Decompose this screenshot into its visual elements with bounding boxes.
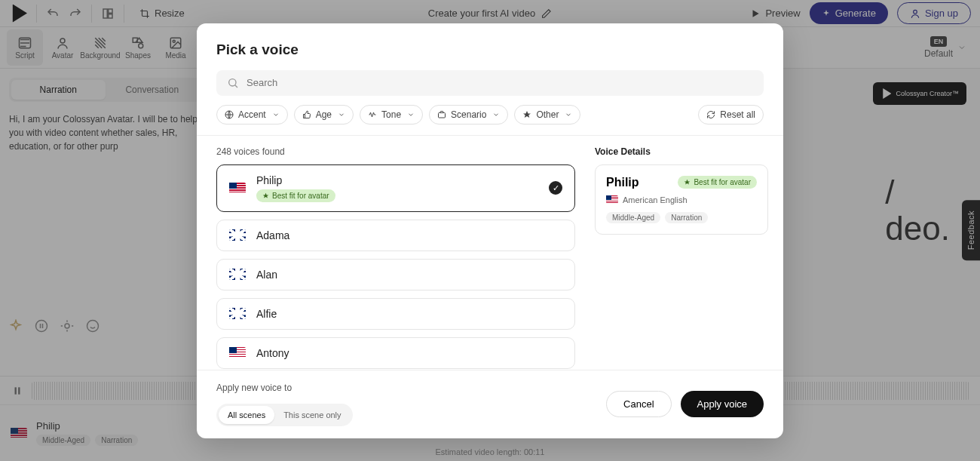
svg-point-15 [229,78,236,85]
details-voice-name: Philip [606,176,639,189]
voice-name: Alan [256,269,562,281]
flag-us-icon [606,195,618,204]
chevron-down-icon [492,111,500,118]
scope-this-scene[interactable]: This scene only [274,406,350,424]
details-bestfit-badge: Best fit for avatar [678,176,757,189]
voice-option[interactable]: Alfie [216,298,575,330]
flag-uk-icon [229,269,246,280]
modal-title: Pick a voice [216,41,764,58]
scope-all-scenes[interactable]: All scenes [219,406,274,424]
wave-icon [368,110,377,119]
voice-picker-modal: Pick a voice Accent Age Tone Scenario Ot… [197,23,783,438]
voice-details-label: Voice Details [595,146,768,157]
apply-voice-button[interactable]: Apply voice [681,391,764,417]
details-tag-style: Narration [665,212,708,223]
flag-uk-icon [229,229,246,241]
chevron-down-icon [565,111,572,118]
voice-option[interactable]: PhilipBest fit for avatar✓ [216,164,575,212]
svg-rect-17 [439,112,446,118]
refresh-icon [706,110,715,119]
flag-uk-icon [229,308,246,319]
flag-us-icon [229,347,246,358]
chevron-down-icon [338,111,345,118]
details-tag-age: Middle-Aged [606,212,660,223]
voice-name: Philip [256,174,538,186]
apply-scope-toggle: All scenes This scene only [216,404,353,426]
filter-tone[interactable]: Tone [360,105,423,124]
search-input[interactable] [247,77,753,88]
voice-name: Adama [256,229,562,241]
voices-found-label: 248 voices found [216,146,580,157]
voice-details-card: Philip Best fit for avatar American Engl… [595,164,768,235]
voice-option[interactable]: Adama [216,220,575,251]
voice-search[interactable] [216,70,764,96]
chevron-down-icon [407,111,415,118]
search-icon [227,77,239,89]
briefcase-icon [437,110,446,119]
filter-age[interactable]: Age [294,105,354,124]
details-language: American English [606,195,757,204]
voice-list[interactable]: PhilipBest fit for avatar✓AdamaAlanAlfie… [216,164,580,370]
voice-name: Antony [256,347,562,359]
bestfit-badge: Best fit for avatar [256,189,335,202]
modal-overlay[interactable]: Pick a voice Accent Age Tone Scenario Ot… [0,0,980,461]
voice-name: Alfie [256,308,562,320]
filters-row: Accent Age Tone Scenario Other Reset all [197,105,783,136]
globe-icon [225,110,234,119]
thumbs-icon [302,110,311,119]
filter-scenario[interactable]: Scenario [429,105,508,124]
check-icon: ✓ [549,181,562,195]
star-icon [522,110,531,119]
filter-other[interactable]: Other [514,105,580,124]
voice-option[interactable]: Antony [216,337,575,369]
star-icon [684,179,691,186]
cancel-button[interactable]: Cancel [606,391,671,417]
apply-to-label: Apply new voice to [216,383,353,393]
chevron-down-icon [272,111,280,118]
flag-us-icon [229,183,246,194]
reset-filters[interactable]: Reset all [698,105,764,124]
filter-accent[interactable]: Accent [216,105,288,124]
voice-option[interactable]: Alan [216,259,575,290]
